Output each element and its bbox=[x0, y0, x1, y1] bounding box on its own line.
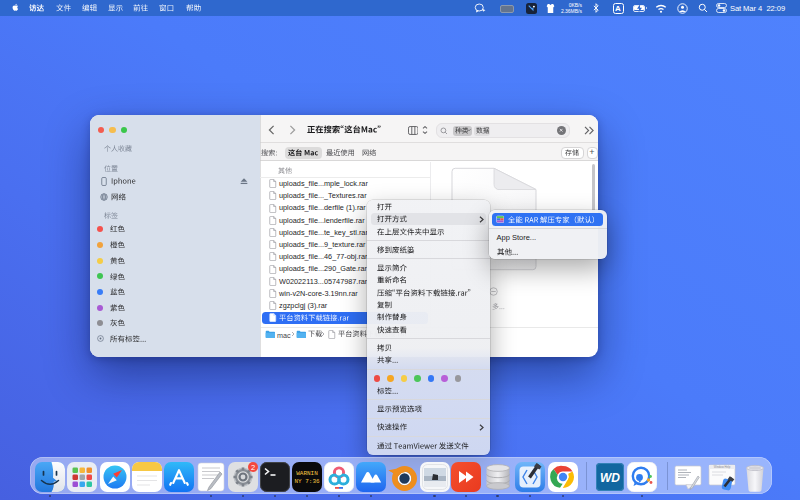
svg-text:WD: WD bbox=[600, 470, 620, 484]
svg-text:2: 2 bbox=[251, 462, 255, 471]
svg-text:NY 7:36: NY 7:36 bbox=[294, 478, 320, 485]
svg-text:Window Help: Window Help bbox=[714, 465, 731, 469]
svg-text:WARNIN: WARNIN bbox=[296, 470, 318, 477]
